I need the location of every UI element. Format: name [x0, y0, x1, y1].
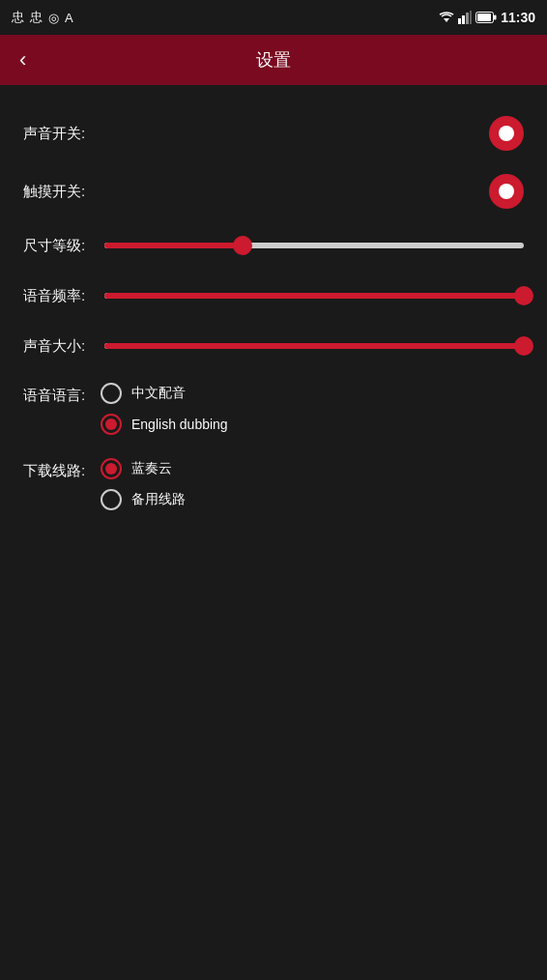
svg-rect-1	[458, 18, 461, 24]
status-bar: 忠 忠 ◎ A 11:30	[0, 0, 547, 35]
radio-circle-backup	[101, 489, 122, 510]
radio-label-english: English dubbing	[131, 417, 228, 432]
sound-label: 声音开关:	[23, 125, 101, 143]
touch-control	[101, 174, 524, 209]
touch-label: 触摸开关:	[23, 183, 101, 201]
download-line-section: 下载线路: 蓝奏云 备用线路	[23, 447, 524, 522]
radio-circle-chinese	[101, 383, 122, 404]
toolbar: ‹ 设置	[0, 35, 547, 85]
download-line-label: 下载线路:	[23, 458, 101, 480]
svg-rect-7	[494, 15, 497, 20]
radio-circle-lanyun	[101, 458, 122, 479]
radio-option-lanyun[interactable]: 蓝奏云	[101, 458, 524, 479]
touch-toggle[interactable]	[489, 174, 524, 209]
size-label: 尺寸等级:	[23, 237, 101, 255]
volume-slider-track	[104, 343, 524, 349]
download-line-options: 蓝奏云 备用线路	[101, 458, 524, 510]
radio-label-chinese: 中文配音	[131, 385, 186, 402]
voice-language-row: 语音语言: 中文配音 English dubbing	[23, 379, 524, 439]
wifi-icon	[439, 11, 454, 24]
volume-slider-thumb[interactable]	[514, 336, 533, 356]
volume-label: 声音大小:	[23, 337, 101, 356]
touch-toggle-row: 触摸开关:	[23, 162, 524, 220]
battery-icon	[475, 12, 497, 23]
status-icon-2: 忠	[30, 9, 43, 26]
svg-rect-2	[462, 15, 465, 24]
voice-language-section: 语音语言: 中文配音 English dubbing	[23, 371, 524, 447]
status-icon-4: A	[65, 11, 73, 25]
radio-label-lanyun: 蓝奏云	[131, 460, 172, 477]
freq-slider-track	[104, 293, 524, 299]
freq-label: 语音频率:	[23, 287, 101, 305]
size-slider-container	[104, 243, 524, 248]
size-slider-thumb[interactable]	[233, 236, 252, 255]
status-icon-3: ◎	[48, 11, 59, 25]
freq-slider-thumb[interactable]	[514, 286, 533, 305]
voice-language-label: 语音语言:	[23, 383, 101, 405]
signal-icon	[458, 11, 472, 24]
size-slider-fill	[104, 243, 243, 248]
freq-slider-container	[104, 293, 524, 299]
status-time: 11:30	[501, 10, 535, 25]
sound-toggle[interactable]	[489, 116, 524, 151]
radio-label-backup: 备用线路	[131, 491, 186, 508]
settings-content: 声音开关: 触摸开关: 尺寸等级: 语音频率: 声音大小:	[0, 85, 547, 541]
svg-rect-6	[477, 14, 491, 21]
download-line-row: 下载线路: 蓝奏云 备用线路	[23, 454, 524, 514]
svg-rect-3	[466, 13, 469, 24]
voice-language-options: 中文配音 English dubbing	[101, 383, 524, 435]
svg-marker-0	[444, 18, 449, 22]
status-icon-1: 忠	[12, 9, 24, 26]
freq-slider-fill	[104, 293, 524, 299]
size-slider-track	[104, 243, 524, 248]
radio-option-backup[interactable]: 备用线路	[101, 489, 524, 510]
radio-circle-english	[101, 414, 122, 435]
page-title: 设置	[256, 48, 291, 72]
size-slider-row: 尺寸等级:	[23, 220, 524, 271]
freq-slider-row: 语音频率:	[23, 271, 524, 321]
volume-slider-container	[104, 343, 524, 349]
svg-rect-4	[470, 11, 472, 24]
radio-option-english[interactable]: English dubbing	[101, 414, 524, 435]
back-button[interactable]: ‹	[15, 45, 30, 74]
volume-slider-row: 声音大小:	[23, 321, 524, 371]
volume-slider-fill	[104, 343, 524, 349]
radio-option-chinese[interactable]: 中文配音	[101, 383, 524, 404]
sound-toggle-row: 声音开关:	[23, 104, 524, 162]
status-right: 11:30	[439, 10, 535, 25]
status-icons-left: 忠 忠 ◎ A	[12, 9, 73, 26]
sound-control	[101, 116, 524, 151]
